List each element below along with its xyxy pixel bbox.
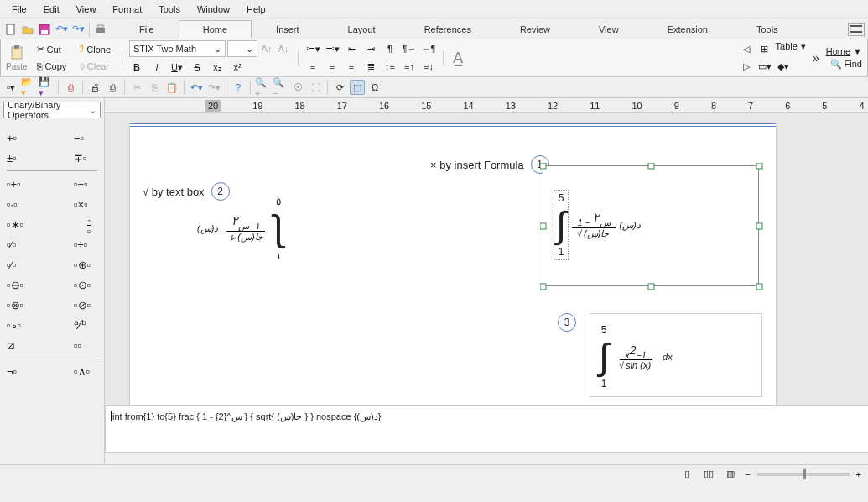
op[interactable]: ▫▫ xyxy=(74,337,104,353)
insert-obj-icon[interactable]: ◆▾ xyxy=(776,59,791,74)
op[interactable]: ▫⊗▫ xyxy=(7,297,37,312)
op[interactable]: ⧄ xyxy=(7,337,37,353)
op[interactable]: ▫∕▫ xyxy=(7,257,37,272)
op[interactable]: −▫ xyxy=(74,130,104,145)
print-preview-icon[interactable]: ⎙ xyxy=(105,80,120,95)
font-name-select[interactable]: STIX Two Math⌄ xyxy=(129,40,226,57)
italic-icon[interactable]: I xyxy=(149,60,164,75)
op[interactable]: ▫×▫ xyxy=(74,196,104,212)
para-spacing2-icon[interactable]: ≡↓ xyxy=(421,59,436,74)
font-size-select[interactable]: ⌄ xyxy=(227,40,257,57)
op[interactable]: ▫+▫ xyxy=(7,176,37,191)
bullets-icon[interactable]: ≔▾ xyxy=(305,41,320,56)
indent-inc-icon[interactable]: ⇥ xyxy=(363,41,378,56)
insert-image-icon[interactable]: ▭▾ xyxy=(757,59,772,74)
op[interactable]: ▫∗▫ xyxy=(7,217,37,232)
menu-format[interactable]: Format xyxy=(104,2,150,17)
para-spacing-icon[interactable]: ≡↑ xyxy=(402,59,417,74)
nav-next-icon[interactable]: ▷ xyxy=(739,59,754,74)
tab-extension[interactable]: Extension xyxy=(643,20,732,39)
copy2-icon[interactable]: ⎘ xyxy=(147,80,162,95)
new-icon[interactable] xyxy=(3,22,18,37)
copy-button[interactable]: ⎘Copy xyxy=(33,59,71,74)
elements-icon[interactable]: Ω xyxy=(367,80,382,95)
op[interactable]: ▫⊖▫ xyxy=(7,277,37,292)
tab-tools[interactable]: Tools xyxy=(732,20,803,39)
numbering-icon[interactable]: ≕▾ xyxy=(325,41,340,56)
op[interactable]: +▫ xyxy=(7,130,37,145)
print-icon[interactable] xyxy=(93,22,108,37)
table-icon[interactable]: ⊞ xyxy=(757,41,772,56)
zoom-out-icon[interactable]: 🔍− xyxy=(273,80,288,95)
clone-button[interactable]: ℐClone xyxy=(75,42,115,57)
op[interactable]: ∓▫ xyxy=(74,150,104,165)
page[interactable]: × by insert Formula 1 √ by text box 2 3 xyxy=(130,123,776,405)
redo-icon[interactable]: ↷▾ xyxy=(70,22,86,37)
tab-layout[interactable]: Layout xyxy=(324,20,400,39)
paste-icon[interactable] xyxy=(8,44,26,62)
tab-insert[interactable]: Insert xyxy=(252,20,324,39)
bold-icon[interactable]: B xyxy=(129,60,144,75)
superscript-icon[interactable]: x² xyxy=(230,60,245,75)
undo-icon[interactable]: ↶▾ xyxy=(54,22,69,37)
menu-help[interactable]: Help xyxy=(238,2,274,17)
op[interactable]: ▫∘▫ xyxy=(7,317,37,332)
op[interactable]: ¬▫ xyxy=(7,363,37,379)
line-spacing-icon[interactable]: ↕≡ xyxy=(382,59,398,74)
formula-textbox-2[interactable]: د(س) ١ -س٢ ㇾجا(س) ٥ ∫ ١ xyxy=(197,196,283,261)
op[interactable]: ᵃ⁄ᵇ xyxy=(74,317,104,332)
subscript-icon[interactable]: x₂ xyxy=(210,60,225,75)
tab-references[interactable]: References xyxy=(400,20,496,39)
menu-view[interactable]: View xyxy=(68,2,105,17)
align-left-icon[interactable]: ≡ xyxy=(305,59,320,74)
op[interactable]: ▫∧▫ xyxy=(74,363,104,379)
shrink-font-icon[interactable]: A↓ xyxy=(276,41,291,56)
tab-review[interactable]: Review xyxy=(496,20,574,39)
redo2-icon[interactable]: ↷▾ xyxy=(206,80,221,95)
op[interactable]: ▫·▫ xyxy=(7,196,37,212)
print2-icon[interactable]: 🖨 xyxy=(87,80,102,95)
home-dropdown[interactable]: Home ▼ xyxy=(826,46,862,56)
zoom-plus[interactable]: + xyxy=(856,469,861,479)
cursor-icon[interactable]: ⬚ xyxy=(350,80,365,95)
tab-file[interactable]: File xyxy=(115,20,179,39)
undo2-icon[interactable]: ↶▾ xyxy=(189,80,204,95)
op[interactable]: ▫÷▫ xyxy=(74,237,104,252)
align-right-icon[interactable]: ≡ xyxy=(344,59,359,74)
save2-icon[interactable]: 💾▾ xyxy=(39,80,54,95)
open-icon[interactable] xyxy=(20,22,35,37)
zoom-in-icon[interactable]: 🔍+ xyxy=(255,80,270,95)
horizontal-scrollbar[interactable] xyxy=(105,452,868,464)
ltr-icon[interactable]: ¶→ xyxy=(402,41,417,56)
formula-object-1[interactable]: 5 ∫ 1 س٢ − 1 √جا(س) د(س) xyxy=(543,165,759,286)
justify-icon[interactable]: ≣ xyxy=(363,59,378,74)
formula-object-3[interactable]: 5 ∫ 1 x2−1 √sin (x) dx xyxy=(590,313,762,397)
op[interactable]: ▫∕▫ xyxy=(7,237,37,252)
zoom-100-icon[interactable]: ⦿ xyxy=(290,80,305,95)
nav-prev-icon[interactable]: ◁ xyxy=(739,41,754,56)
align-center-icon[interactable]: ≡ xyxy=(325,59,340,74)
op[interactable]: ±▫ xyxy=(7,150,37,165)
export-pdf-icon[interactable]: ⎙ xyxy=(63,80,78,95)
menu-file[interactable]: File xyxy=(3,2,35,17)
view-single-icon[interactable]: ▯ xyxy=(679,467,694,482)
menu-edit[interactable]: Edit xyxy=(35,2,68,17)
formula-command-input[interactable]: int from{1} to{5} frac { 1 - {2}^س } { s… xyxy=(105,405,868,452)
open2-icon[interactable]: 📂▾ xyxy=(21,80,36,95)
op[interactable]: ▫⊙▫ xyxy=(74,277,104,292)
find-button[interactable]: 🔍 Find xyxy=(830,59,862,70)
more-button[interactable]: » xyxy=(813,51,819,65)
paste2-icon[interactable]: 📋 xyxy=(164,80,179,95)
help-icon[interactable]: ? xyxy=(231,80,246,95)
pilcrow-icon[interactable]: ¶ xyxy=(382,41,398,56)
indent-dec-icon[interactable]: ⇤ xyxy=(344,41,359,56)
tab-view[interactable]: View xyxy=(574,20,643,39)
underline-icon[interactable]: U▾ xyxy=(169,60,185,75)
new2-icon[interactable]: ▫▾ xyxy=(3,80,18,95)
hamburger-icon[interactable] xyxy=(848,23,865,36)
menu-window[interactable]: Window xyxy=(189,2,238,17)
save-icon[interactable] xyxy=(37,22,52,37)
cut-button[interactable]: ✂Cut xyxy=(33,42,71,57)
op[interactable]: ▫▫ xyxy=(74,217,104,232)
clear-button[interactable]: ◊Clear xyxy=(75,59,115,74)
